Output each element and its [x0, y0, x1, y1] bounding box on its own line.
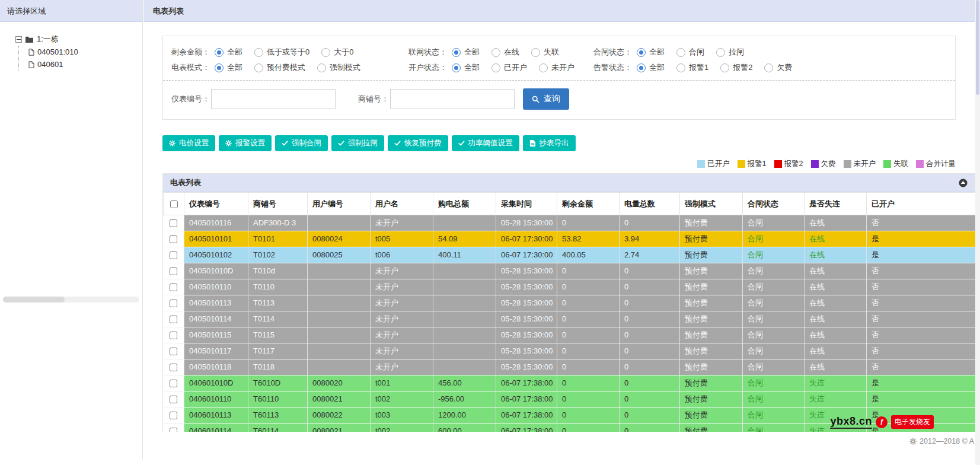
radio-option[interactable]: 拉闸: [716, 47, 744, 58]
radio-button[interactable]: [491, 48, 500, 57]
radio-option[interactable]: 大于0: [321, 47, 353, 58]
legend-label: 报警2: [784, 159, 803, 169]
radio-button[interactable]: [215, 48, 224, 57]
filter-row-1: 电表模式：全部预付费模式强制模式开户状态：全部已开户未开户告警状态：全部报警1报…: [171, 60, 949, 75]
radio-option[interactable]: 全部: [215, 47, 242, 58]
collapse-panel-icon[interactable]: [959, 179, 968, 187]
radio-option[interactable]: 合闸: [676, 47, 704, 58]
row-checkbox[interactable]: [170, 219, 177, 227]
table-row[interactable]: 0405010116ADF300-D 3未开户05-28 15:30:0000预…: [164, 215, 976, 231]
radio-button[interactable]: [539, 63, 548, 72]
legend-item: 已开户: [697, 159, 730, 169]
radio-option[interactable]: 报警2: [720, 62, 752, 73]
radio-option[interactable]: 失联: [531, 47, 559, 58]
table-row[interactable]: 0405010114T0114未开户05-28 15:30:0000预付费合闸在…: [164, 311, 976, 327]
radio-option[interactable]: 已开户: [491, 62, 527, 73]
row-checkbox[interactable]: [170, 235, 177, 243]
vertical-scrollbar[interactable]: [975, 0, 980, 465]
meter-reading-export-button[interactable]: 抄表导出: [523, 135, 576, 151]
table-row[interactable]: 0405010102T01020080025t006400.1106-07 17…: [164, 247, 976, 263]
row-checkbox[interactable]: [170, 412, 177, 419]
radio-option[interactable]: 预付费模式: [254, 62, 305, 73]
table-row[interactable]: 040501010DT010d未开户05-28 15:30:0000预付费合闸在…: [164, 263, 976, 279]
radio-button[interactable]: [637, 63, 646, 72]
radio-button[interactable]: [317, 63, 326, 72]
radio-option[interactable]: 全部: [637, 62, 665, 73]
meter-number-input[interactable]: [211, 89, 336, 109]
row-checkbox-cell: [164, 359, 184, 375]
table-cell: 预付费: [680, 391, 743, 407]
force-open-switch-button[interactable]: 强制拉闸: [331, 135, 384, 151]
row-checkbox[interactable]: [170, 396, 177, 403]
table-row[interactable]: 040601010DT6010D0080020t001456.0006-07 1…: [164, 375, 976, 391]
row-checkbox[interactable]: [170, 316, 177, 323]
row-checkbox[interactable]: [170, 380, 177, 387]
table-cell: 0405010115: [184, 327, 248, 343]
radio-option[interactable]: 在线: [491, 47, 519, 58]
radio-option[interactable]: 全部: [452, 62, 480, 73]
alarm-setting-button[interactable]: 报警设置: [219, 135, 272, 151]
radio-option[interactable]: 未开户: [539, 62, 574, 73]
query-button[interactable]: 查询: [523, 88, 569, 110]
table-cell: 在线: [805, 247, 867, 263]
radio-option[interactable]: 强制模式: [317, 62, 360, 73]
radio-button[interactable]: [637, 48, 646, 57]
table-row[interactable]: 0405010101T01010080024t00554.0906-07 17:…: [164, 231, 976, 247]
select-all-checkbox[interactable]: [170, 200, 178, 208]
radio-button[interactable]: [321, 48, 330, 57]
restore-prepaid-button[interactable]: 恢复预付费: [388, 135, 448, 151]
power-threshold-setting-button[interactable]: 功率阈值设置: [452, 135, 519, 151]
radio-button[interactable]: [720, 63, 729, 72]
row-checkbox[interactable]: [170, 364, 177, 371]
radio-button[interactable]: [254, 48, 263, 57]
table-cell: T010d: [248, 263, 308, 279]
tree-node[interactable]: 040601: [28, 58, 142, 71]
radio-option[interactable]: 欠费: [764, 62, 792, 73]
radio-button[interactable]: [716, 48, 725, 57]
radio-option[interactable]: 低于或等于0: [254, 47, 309, 58]
radio-button[interactable]: [452, 63, 461, 72]
table-cell: 否: [867, 359, 976, 375]
row-checkbox[interactable]: [170, 267, 177, 275]
row-checkbox-cell: [164, 407, 184, 423]
row-checkbox[interactable]: [170, 300, 177, 307]
table-cell: 失连: [805, 375, 867, 391]
radio-option[interactable]: 全部: [215, 62, 242, 73]
radio-button[interactable]: [531, 48, 540, 57]
tree-node[interactable]: 040501:010: [28, 46, 142, 58]
radio-button[interactable]: [254, 63, 263, 72]
radio-option[interactable]: 全部: [637, 47, 665, 58]
table-row[interactable]: 0405010117T0117未开户05-28 15:30:0000预付费合闸在…: [164, 343, 976, 359]
table-row[interactable]: 0405010110T0110未开户05-28 15:30:0000预付费合闸在…: [164, 279, 976, 295]
radio-button[interactable]: [676, 63, 685, 72]
row-checkbox[interactable]: [170, 284, 177, 291]
force-close-switch-button[interactable]: 强制合闸: [275, 135, 328, 151]
legend-label: 未开户: [854, 159, 876, 169]
table-cell: 040601010D: [184, 375, 248, 391]
table-row[interactable]: 0405010118T0118未开户05-28 15:30:0000预付费合闸在…: [164, 359, 976, 375]
shop-number-input[interactable]: [390, 89, 515, 109]
radio-button[interactable]: [676, 48, 685, 57]
radio-button[interactable]: [491, 63, 500, 72]
table-row[interactable]: 0405010115T0115未开户05-28 15:30:0000预付费合闸在…: [164, 327, 976, 343]
tree-collapse-icon[interactable]: [15, 36, 22, 43]
filter-group-label: 开户状态：: [408, 62, 447, 73]
column-header: 剩余金额: [557, 193, 620, 215]
table-row[interactable]: 0405010113T0113未开户05-28 15:30:0000预付费合闸在…: [164, 295, 976, 311]
scrollbar-thumb[interactable]: [976, 0, 979, 95]
row-checkbox-cell: [164, 279, 184, 295]
table-cell: [433, 215, 496, 231]
table-row[interactable]: 0406010110T601100080021t002-956.0006-07 …: [164, 391, 976, 407]
sidebar-horizontal-scrollbar[interactable]: [3, 297, 139, 302]
row-checkbox[interactable]: [170, 332, 177, 339]
row-checkbox[interactable]: [170, 348, 177, 355]
radio-option[interactable]: 全部: [452, 47, 480, 58]
radio-option[interactable]: 报警1: [676, 62, 708, 73]
tree-root[interactable]: 1:一栋: [15, 34, 142, 44]
price-setting-button[interactable]: 电价设置: [162, 135, 215, 151]
action-button-label: 强制拉闸: [348, 138, 378, 148]
radio-button[interactable]: [764, 63, 773, 72]
row-checkbox[interactable]: [170, 251, 177, 259]
radio-button[interactable]: [215, 63, 224, 72]
radio-button[interactable]: [452, 48, 461, 57]
